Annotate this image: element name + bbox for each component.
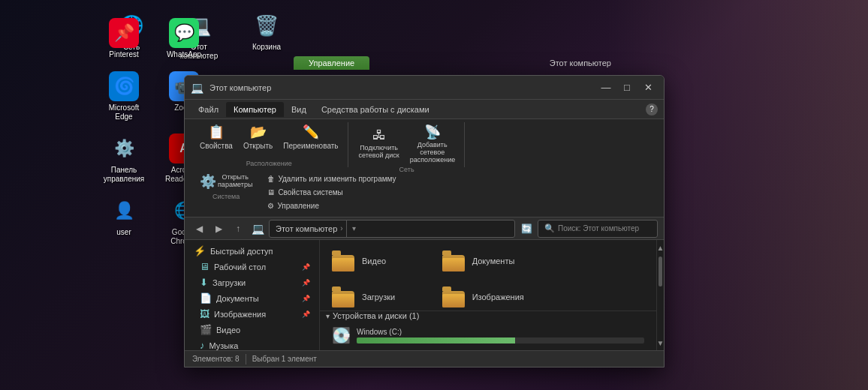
folder-downloads[interactable]: Загрузки (326, 282, 430, 310)
drive-bar-fill (357, 338, 515, 344)
selected-count: Выбран 1 элемент (252, 355, 317, 363)
refresh-button[interactable]: 🔄 (518, 220, 535, 238)
address-bar: ◀ ▶ ↑ 💻 Этот компьютер › ▾ 🔄 🔍 Поиск: Эт… (185, 218, 664, 240)
drive-bar (357, 338, 644, 344)
path-dropdown[interactable]: ▾ (346, 220, 361, 238)
desktop: 🌐 Сеть 💻 Этоткомпьютер 🗑️ Корзина 📌 Pint… (0, 0, 868, 390)
search-box[interactable]: 🔍 Поиск: Этот компьютер (538, 220, 658, 238)
drive-icon: 💽 (332, 326, 351, 344)
location-buttons: 📋 Свойства 📂 Открыть ✏️ Переименовать (195, 122, 343, 152)
path-thispc: Этот компьютер (276, 224, 337, 233)
tab-disk-tools[interactable]: Средства работы с дисками (314, 102, 437, 117)
search-placeholder: Поиск: Этот компьютер (558, 224, 639, 232)
file-grid: Видео Документы (320, 240, 656, 310)
drive-label: Windows (C:) (357, 328, 644, 336)
open-button[interactable]: 📂 Открыть (239, 122, 277, 152)
scroll-up[interactable]: ▲ (657, 240, 664, 255)
nav-images[interactable]: 🖼 Изображения 📌 (185, 306, 319, 322)
ribbon-group-network: 🖧 Подключитьсетевой диск 📡 Добавить сете… (350, 122, 465, 167)
items-count: Элементов: 8 (192, 355, 240, 363)
desktop-icon-edge[interactable]: 🌀 MicrosoftEdge (98, 68, 150, 124)
tab-computer[interactable]: Компьютер (226, 102, 284, 117)
file-explorer-window: Управление Этот компьютер 💻 Этот компьют… (184, 75, 665, 368)
title-bar: 💻 Этот компьютер — □ ✕ (185, 76, 664, 100)
folder-documents[interactable]: Документы (436, 246, 541, 276)
folder-video[interactable]: Видео (326, 246, 430, 276)
forward-button[interactable]: ▶ (210, 220, 227, 237)
title-bar-controls: — □ ✕ (596, 80, 658, 96)
tab-view[interactable]: Вид (284, 102, 314, 117)
nav-desktop[interactable]: 🖥 Рабочий стол 📌 (185, 259, 319, 274)
devices-section: ▾ Устройства и диски (1) 💽 Windows (C:) (320, 310, 656, 350)
desktop-icon-recycle[interactable]: 🗑️ Корзина (240, 8, 293, 64)
up-button[interactable]: ↑ (230, 220, 246, 237)
connect-drive-button[interactable]: 🖧 Подключитьсетевой диск (354, 126, 404, 161)
drive-c[interactable]: 💽 Windows (C:) (326, 323, 650, 347)
close-button[interactable]: ✕ (638, 80, 658, 96)
ribbon-management-tab[interactable]: Управление (294, 56, 369, 70)
minimize-button[interactable]: — (596, 80, 616, 96)
content-area: ⚡ Быстрый доступ 🖥 Рабочий стол 📌 ⬇ Загр… (185, 240, 664, 350)
status-bar: Элементов: 8 Выбран 1 элемент (185, 350, 664, 367)
address-path[interactable]: Этот компьютер › ▾ (269, 220, 515, 238)
remove-program-button[interactable]: 🗑 Удалить или изменить программу (263, 173, 400, 184)
system-properties-button[interactable]: 🖥 Свойства системы (263, 187, 400, 198)
scrollbar-thumb[interactable] (659, 256, 662, 286)
nav-pane: ⚡ Быстрый доступ 🖥 Рабочий стол 📌 ⬇ Загр… (185, 240, 320, 350)
devices-header: ▾ Устройства и диски (1) (326, 311, 650, 320)
location-group-label: Расположение (246, 160, 292, 167)
whatsapp-label: WhatsApp (167, 50, 201, 59)
desktop-icon-recycle-label: Корзина (252, 43, 281, 52)
help-button[interactable]: ? (646, 104, 658, 116)
file-content-area: Видео Документы (320, 240, 656, 350)
folder-images[interactable]: Изображения (436, 282, 541, 310)
open-params-button[interactable]: ⚙️ Открытьпараметры (195, 172, 257, 191)
desktop-icon-whatsapp[interactable]: 💬 WhatsApp (158, 15, 210, 62)
desktop-icon-control-panel[interactable]: ⚙️ Панельуправления (98, 130, 150, 187)
scroll-down[interactable]: ▼ (657, 335, 664, 350)
desktop-icon-user[interactable]: 👤 user (98, 193, 150, 249)
desktop-icon-pinterest[interactable]: 📌 Pinterest (98, 15, 150, 62)
ribbon-tabs: Файл Компьютер Вид Средства работы с дис… (185, 100, 664, 119)
nav-downloads[interactable]: ⬇ Загрузки 📌 (185, 274, 319, 290)
rename-button[interactable]: ✏️ Переименовать (279, 122, 342, 152)
edge-label: MicrosoftEdge (109, 104, 140, 122)
control-panel-label: Панельуправления (104, 166, 145, 184)
thispc-path-icon: 💻 (249, 220, 266, 237)
user-label: user (116, 228, 131, 237)
back-button[interactable]: ◀ (191, 220, 207, 237)
ribbon-group-system: ⚙️ Открытьпараметры Система 🗑 Удалить ил… (191, 169, 405, 214)
properties-button[interactable]: 📋 Свойства (195, 122, 237, 152)
search-icon: 🔍 (544, 224, 555, 233)
pinterest-label: Pinterest (109, 50, 138, 59)
ribbon-group-location: 📋 Свойства 📂 Открыть ✏️ Переименовать Ра… (191, 122, 348, 167)
title-bar-title: Этот компьютер (209, 83, 271, 92)
grid-empty-2 (546, 282, 650, 310)
add-network-location-button[interactable]: 📡 Добавить сетевоерасположение (405, 122, 460, 166)
grid-empty-1 (546, 246, 650, 276)
management-button[interactable]: ⚙ Управление (263, 200, 400, 212)
system-group-label: Система (195, 193, 257, 200)
nav-music[interactable]: ♪ Музыка (185, 338, 319, 350)
nav-video[interactable]: 🎬 Видео (185, 322, 319, 338)
maximize-button[interactable]: □ (617, 80, 637, 96)
title-bar-left: 💻 Этот компьютер (191, 82, 271, 94)
status-divider (246, 354, 246, 364)
nav-quick-access[interactable]: ⚡ Быстрый доступ (185, 243, 319, 259)
nav-documents[interactable]: 📄 Документы 📌 (185, 290, 319, 306)
tab-file[interactable]: Файл (191, 102, 226, 117)
explorer-title-label: Этот компьютер (542, 56, 619, 70)
ribbon-toolbar: 📋 Свойства 📂 Открыть ✏️ Переименовать Ра… (185, 119, 664, 218)
network-buttons: 🖧 Подключитьсетевой диск 📡 Добавить сете… (354, 122, 460, 166)
explorer-scrollbar[interactable]: ▲ ▼ (656, 240, 664, 350)
